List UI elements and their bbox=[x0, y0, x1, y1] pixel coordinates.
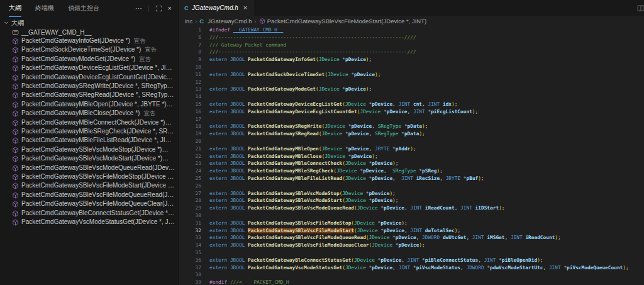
code-line-text: extern JBOOL PacketCmdGatewaySRegRead(JD… bbox=[209, 130, 425, 138]
outline-item-PacketCmdGatewayBleConnectStatusGet[interactable]: PacketCmdGatewayBleConnectStatusGet(JDev… bbox=[0, 209, 178, 218]
line-number: 13 bbox=[179, 86, 201, 93]
code-line-18[interactable]: 18extern JBOOL PacketCmdGatewaySRegWrite… bbox=[179, 123, 644, 130]
outline-item-PacketCmdGatewaySRegWrite[interactable]: PacketCmdGatewaySRegWrite(JDevice *, SRe… bbox=[0, 82, 178, 91]
code-line-38[interactable]: 38 bbox=[179, 271, 644, 279]
code-line-28[interactable]: 28extern JBOOL PacketCmdGatewaySBleVscMo… bbox=[179, 197, 644, 204]
code-line-29[interactable]: 29extern JBOOL PacketCmdGatewaySBleVscMo… bbox=[179, 204, 644, 212]
code-line-6[interactable]: 6///------------------------------------… bbox=[179, 34, 644, 42]
outline-item-PacketCmdSockDeviceTimeSet[interactable]: PacketCmdSockDeviceTimeSet(JDevice *)宣告 bbox=[0, 46, 178, 55]
symbol-method-icon bbox=[12, 101, 19, 108]
outline-item-PacketCmdGatewayMBleFileListRead[interactable]: PacketCmdGatewayMBleFileListRead(JDevice… bbox=[0, 137, 178, 145]
outline-item-PacketCmdGatewayDeviceEcgListCountGet[interactable]: PacketCmdGatewayDeviceEcgListCountGet(JD… bbox=[0, 73, 178, 82]
code-line-39[interactable]: 39#endif ///< PACKET_CMD_H bbox=[179, 279, 644, 285]
code-line-36[interactable]: 36extern JBOOL PacketCmdGatewayBleConnec… bbox=[179, 257, 644, 264]
panel-tab-1[interactable]: 終端機 bbox=[35, 0, 54, 17]
outline-item-PacketCmdGatewaySBleVscFileModeQueueClear[interactable]: PacketCmdGatewaySBleVscFileModeQueueClea… bbox=[0, 199, 178, 208]
outline-item-detail: 宣告 bbox=[172, 173, 175, 180]
code-line-23[interactable]: 23extern JBOOL PacketCmdGatewayMBleConne… bbox=[179, 160, 644, 167]
panel-actions: ⋯|× bbox=[135, 5, 172, 12]
code-line-25[interactable]: 25extern JBOOL PacketCmdGatewayMBleFileL… bbox=[179, 175, 644, 182]
outline-item-PacketCmdGatewayMBleOpen[interactable]: PacketCmdGatewayMBleOpen(JDevice *, JBYT… bbox=[0, 100, 178, 109]
breadcrumb-item-2[interactable]: PacketCmdGatewaySBleVscFileModeStart(JDe… bbox=[259, 18, 426, 25]
code-line-9[interactable]: 9extern JBOOL PacketCmdGatewayInfoGet(JD… bbox=[179, 56, 644, 64]
code-line-1[interactable]: 1#ifndef __GATEWAY_CMD_H__ bbox=[179, 26, 644, 34]
tab-title: JGatewayCmd.h bbox=[192, 4, 238, 11]
close-panel-icon[interactable]: × bbox=[168, 5, 172, 12]
code-line-16[interactable]: 16extern JBOOL PacketCmdGatewayDeviceEcg… bbox=[179, 108, 644, 116]
code-line-35[interactable]: 35 bbox=[179, 249, 644, 257]
code-line-30[interactable]: 30 bbox=[179, 212, 644, 220]
code-line-7[interactable]: 7/// Gateway Packet command bbox=[179, 42, 644, 49]
line-number: 9 bbox=[179, 56, 201, 64]
separator: | bbox=[148, 5, 150, 12]
code-line-26[interactable]: 26 bbox=[179, 182, 644, 190]
code-line-17[interactable]: 17 bbox=[179, 116, 644, 123]
outline-item-PacketCmdGatewaySBleVscFileModeStop[interactable]: PacketCmdGatewaySBleVscFileModeStop(JDev… bbox=[0, 172, 178, 181]
breadcrumb-label: JGatewayCmd.h bbox=[208, 18, 252, 25]
code-line-text: extern JBOOL PacketCmdGatewayModeGet(JDe… bbox=[209, 86, 372, 93]
outline-item-PacketCmdGatewayModeGet[interactable]: PacketCmdGatewayModeGet(JDevice *)宣告 bbox=[0, 55, 178, 64]
code-line-24[interactable]: 24extern JBOOL PacketCmdGatewayMBleSRegC… bbox=[179, 167, 644, 175]
outline-item-PacketCmdGatewaySBleVscModeQueueRead[interactable]: PacketCmdGatewaySBleVscModeQueueRead(JDe… bbox=[0, 164, 178, 172]
outline-item-__GATEWAY_CMD_H__[interactable]: __GATEWAY_CMD_H__ bbox=[0, 28, 178, 36]
outline-item-PacketCmdGatewaySBleVscModeStop[interactable]: PacketCmdGatewaySBleVscModeStop(JDevice … bbox=[0, 145, 178, 154]
outline-item-PacketCmdGatewayMBleConnectCheck[interactable]: PacketCmdGatewayMBleConnectCheck(JDevice… bbox=[0, 118, 178, 127]
panel-tab-0[interactable]: 大綱 bbox=[9, 0, 21, 17]
outline-item-PacketCmdGatewayDeviceEcgListGet[interactable]: PacketCmdGatewayDeviceEcgListGet(JDevice… bbox=[0, 64, 178, 73]
panel-tab-2[interactable]: 偵錯主控台 bbox=[68, 0, 99, 17]
outline-item-PacketCmdGatewaySRegRead[interactable]: PacketCmdGatewaySRegRead(JDevice *, SReg… bbox=[0, 91, 178, 100]
panel-tab-strip: 大綱終端機偵錯主控台 bbox=[9, 0, 99, 17]
code-line-text: extern JBOOL PacketCmdGatewaySBleVscMode… bbox=[209, 197, 399, 204]
outline-root-node[interactable]: 大綱 bbox=[0, 18, 178, 28]
code-line-34[interactable]: 34extern JBOOL PacketCmdGatewaySBleVscFi… bbox=[179, 242, 644, 249]
outline-item-label: PacketCmdGatewaySBleVscModeQueueRead(JDe… bbox=[21, 164, 175, 172]
code-line-33[interactable]: 33extern JBOOL PacketCmdGatewaySBleVscFi… bbox=[179, 234, 644, 242]
code-line-10[interactable]: 10 bbox=[179, 64, 644, 71]
symbol-method-icon bbox=[12, 65, 19, 72]
maximize-panel-icon[interactable] bbox=[155, 5, 162, 12]
code-line-19[interactable]: 19extern JBOOL PacketCmdGatewaySRegRead(… bbox=[179, 130, 644, 138]
vscode-window: 大綱終端機偵錯主控台 ⋯|× 大綱 __GATEWAY_CMD_H__Packe… bbox=[0, 0, 644, 285]
outline-item-PacketCmdGatewayVscModeStatusGet[interactable]: PacketCmdGatewayVscModeStatusGet(JDevice… bbox=[0, 218, 178, 226]
code-line-text: /// Gateway Packet command bbox=[209, 42, 286, 49]
line-number: 38 bbox=[179, 271, 201, 279]
outline-item-PacketCmdGatewaySBleVscFileModeStart[interactable]: PacketCmdGatewaySBleVscFileModeStart(JDe… bbox=[0, 182, 178, 191]
code-line-8[interactable]: 8///------------------------------------… bbox=[179, 48, 644, 56]
code-line-20[interactable]: 20 bbox=[179, 138, 644, 145]
code-line-27[interactable]: 27extern JBOOL PacketCmdGatewaySBleVscMo… bbox=[179, 190, 644, 198]
symbol-method-icon bbox=[12, 147, 19, 154]
code-line-37[interactable]: 37extern JBOOL PacketCmdGatewayVscModeSt… bbox=[179, 264, 644, 272]
code-line-22[interactable]: 22extern JBOOL PacketCmdGatewayMBleClose… bbox=[179, 153, 644, 160]
line-number: 20 bbox=[179, 138, 201, 145]
code-line-13[interactable]: 13extern JBOOL PacketCmdGatewayModeGet(J… bbox=[179, 86, 644, 93]
outline-item-PacketCmdGatewaySBleVscModeStart[interactable]: PacketCmdGatewaySBleVscModeStart(JDevice… bbox=[0, 154, 178, 163]
editor-tab-jgatewaycmd[interactable]: C JGatewayCmd.h × bbox=[179, 0, 253, 16]
code-line-32[interactable]: 32extern JBOOL PacketCmdGatewaySBleVscFi… bbox=[179, 227, 644, 235]
code-editor[interactable]: 1#ifndef __GATEWAY_CMD_H__6///----------… bbox=[179, 26, 644, 285]
line-number: 16 bbox=[179, 108, 201, 116]
line-number: 23 bbox=[179, 160, 201, 167]
more-actions-icon[interactable]: ⋯ bbox=[135, 5, 142, 12]
outline-item-PacketCmdGatewayInfoGet[interactable]: PacketCmdGatewayInfoGet(JDevice *)宣告 bbox=[0, 36, 178, 45]
code-line-11[interactable]: 11extern JBOOL PacketCmdSockDeviceTimeSe… bbox=[179, 71, 644, 79]
breadcrumb-item-0[interactable]: inc bbox=[185, 18, 192, 25]
code-line-text: #endif ///< PACKET_CMD_H bbox=[209, 279, 289, 285]
code-line-14[interactable]: 14 bbox=[179, 93, 644, 101]
outline-item-PacketCmdGatewayMBleClose[interactable]: PacketCmdGatewayMBleClose(JDevice *)宣告 bbox=[0, 109, 178, 118]
line-number: 34 bbox=[179, 242, 201, 249]
code-line-15[interactable]: 15extern JBOOL PacketCmdGatewayDeviceEcg… bbox=[179, 101, 644, 108]
code-line-31[interactable]: 31extern JBOOL PacketCmdGatewaySBleVscFi… bbox=[179, 220, 644, 227]
close-tab-icon[interactable]: × bbox=[243, 4, 247, 11]
line-number: 28 bbox=[179, 197, 201, 204]
code-line-text: extern JBOOL PacketCmdGatewayMBleClose(J… bbox=[209, 153, 378, 160]
line-number: 31 bbox=[179, 220, 201, 227]
symbol-method-icon bbox=[12, 120, 19, 126]
code-line-21[interactable]: 21extern JBOOL PacketCmdGatewayMBleOpen(… bbox=[179, 145, 644, 153]
breadcrumb-item-1[interactable]: CJGatewayCmd.h bbox=[199, 18, 252, 25]
line-number: 17 bbox=[179, 116, 201, 123]
outline-item-PacketCmdGatewaySBleVscFileModeQueueRead[interactable]: PacketCmdGatewaySBleVscFileModeQueueRead… bbox=[0, 191, 178, 199]
split-editor-icon[interactable] bbox=[636, 4, 644, 12]
line-number: 22 bbox=[179, 153, 201, 160]
code-line-12[interactable]: 12 bbox=[179, 79, 644, 86]
outline-item-PacketCmdGatewayMBleSRegCheck[interactable]: PacketCmdGatewayMBleSRegCheck(JDevice *,… bbox=[0, 127, 178, 136]
